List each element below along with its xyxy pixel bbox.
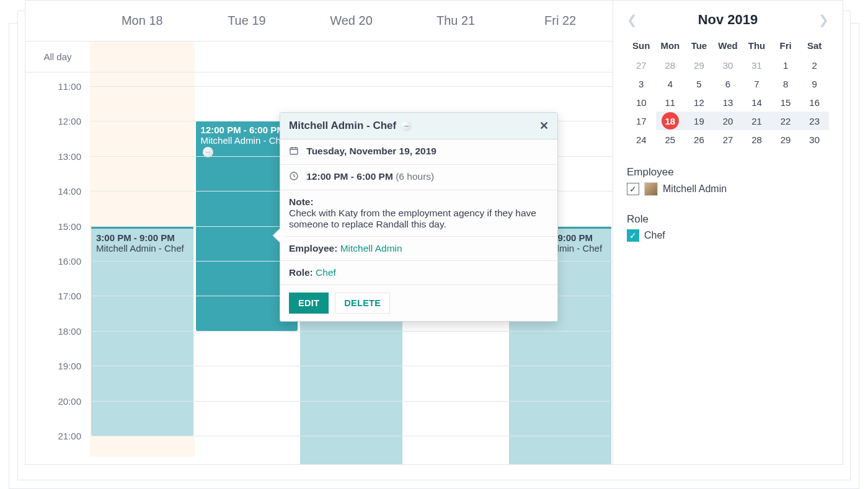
mini-day-30[interactable]: 30 (800, 130, 829, 149)
filter-employee-label: Employee (627, 166, 829, 178)
mini-day-1[interactable]: 1 (771, 56, 800, 74)
note-icon: ··· (203, 147, 213, 157)
mini-day-23[interactable]: 23 (800, 112, 829, 130)
mini-day-4[interactable]: 4 (656, 74, 685, 93)
mini-day-9[interactable]: 9 (800, 74, 829, 93)
filter-role: Role ✓ Chef (627, 213, 829, 242)
mini-day-7[interactable]: 7 (742, 74, 771, 93)
mini-day-29[interactable]: 29 (771, 130, 800, 149)
mini-day-21[interactable]: 21 (742, 112, 771, 130)
mini-day-27[interactable]: 27 (627, 56, 656, 74)
day-header-0[interactable]: Mon 18 (90, 14, 195, 28)
mini-day-31[interactable]: 31 (742, 56, 771, 74)
mini-day-11[interactable]: 11 (656, 93, 685, 112)
mini-calendar: SunMonTueWedThuFriSat 272829303112345678… (627, 38, 829, 149)
mini-day-17[interactable]: 17 (627, 112, 656, 130)
allday-label: All day (25, 51, 90, 62)
filter-employee: Employee ✓ Mitchell Admin (627, 166, 829, 196)
mini-day-22[interactable]: 22 (771, 112, 800, 130)
mini-day-19[interactable]: 19 (684, 112, 714, 130)
avatar (644, 182, 658, 196)
event-popover: Mitchell Admin - Chef ··· ✕ Tuesday, Nov… (280, 112, 558, 322)
time-label-1600: 16:00 (58, 256, 81, 267)
mini-day-3[interactable]: 3 (627, 74, 656, 93)
popover-role-row: Role: Chef (280, 261, 557, 284)
mini-day-24[interactable]: 24 (627, 130, 656, 149)
mini-calendar-title: Nov 2019 (698, 12, 758, 28)
allday-col-mon[interactable] (90, 42, 195, 72)
sidebar: ❮ Nov 2019 ❯ SunMonTueWedThuFriSat 27282… (613, 1, 843, 464)
calendar-event-0[interactable]: 3:00 PM - 9:00 PMMitchell Admin - Chef (91, 226, 193, 436)
day-col-mon[interactable]: 3:00 PM - 9:00 PMMitchell Admin - Chef (90, 73, 195, 457)
mini-day-20[interactable]: 20 (714, 112, 743, 130)
time-label-1500: 15:00 (58, 221, 81, 231)
day-header-3[interactable]: Thu 21 (404, 14, 508, 28)
filter-role-label: Role (627, 213, 829, 226)
time-label-1800: 18:00 (58, 325, 81, 336)
mini-day-26[interactable]: 26 (684, 130, 714, 149)
day-header-1[interactable]: Tue 19 (195, 14, 299, 28)
popover-date-row: Tuesday, November 19, 2019 (280, 139, 557, 165)
mini-day-13[interactable]: 13 (714, 93, 743, 112)
time-label-2100: 21:00 (58, 431, 81, 441)
mini-dow-thu: Thu (742, 38, 771, 56)
mini-dow-fri: Fri (771, 38, 800, 56)
allday-col-wed[interactable] (299, 42, 404, 72)
popover-title: Mitchell Admin - Chef ··· (289, 120, 412, 132)
role-link[interactable]: Chef (316, 267, 336, 278)
day-header-row: Mon 18Tue 19Wed 20Thu 21Fri 22 (25, 1, 613, 42)
time-label-2000: 20:00 (58, 395, 81, 406)
calendar-icon (289, 146, 299, 158)
mini-day-27[interactable]: 27 (714, 130, 743, 149)
time-label-1900: 19:00 (58, 361, 81, 371)
mini-day-2[interactable]: 2 (800, 56, 829, 74)
prev-month-icon[interactable]: ❮ (627, 12, 637, 27)
popover-employee-row: Employee: Mitchell Admin (280, 237, 557, 261)
mini-dow-sun: Sun (627, 38, 656, 56)
time-label-1300: 13:00 (58, 151, 81, 161)
mini-day-18[interactable]: 18 (656, 112, 685, 130)
time-label-1400: 14:00 (58, 186, 81, 196)
mini-day-5[interactable]: 5 (684, 74, 714, 93)
mini-dow-wed: Wed (714, 38, 743, 56)
mini-day-15[interactable]: 15 (771, 93, 800, 112)
mini-dow-sat: Sat (800, 38, 829, 56)
employee-link[interactable]: Mitchell Admin (340, 243, 402, 253)
employee-name: Mitchell Admin (663, 183, 727, 195)
mini-day-8[interactable]: 8 (771, 74, 800, 93)
clock-icon (289, 171, 299, 183)
mini-day-10[interactable]: 10 (627, 93, 656, 112)
day-header-2[interactable]: Wed 20 (299, 14, 404, 28)
mini-dow-tue: Tue (684, 38, 714, 56)
allday-col-thu[interactable] (404, 42, 508, 72)
mini-calendar-header: ❮ Nov 2019 ❯ (627, 12, 829, 28)
allday-col-tue[interactable] (195, 42, 299, 72)
allday-row: All day (25, 42, 613, 73)
time-label-1100: 11:00 (58, 81, 81, 92)
role-checkbox[interactable]: ✓ (627, 229, 639, 242)
note-icon: ··· (401, 121, 412, 131)
popover-note-row: Note: Check with Katy from the employmen… (280, 190, 557, 237)
mini-day-12[interactable]: 12 (684, 93, 714, 112)
mini-day-28[interactable]: 28 (656, 56, 685, 74)
next-month-icon[interactable]: ❯ (818, 12, 829, 27)
mini-dow-mon: Mon (656, 38, 685, 56)
mini-day-29[interactable]: 29 (684, 56, 714, 74)
day-header-4[interactable]: Fri 22 (508, 14, 613, 28)
time-label-1700: 17:00 (58, 291, 81, 301)
role-name: Chef (644, 230, 665, 241)
mini-day-14[interactable]: 14 (742, 93, 771, 112)
edit-button[interactable]: EDIT (289, 293, 329, 314)
svg-rect-0 (290, 148, 298, 154)
mini-day-16[interactable]: 16 (800, 93, 829, 112)
mini-day-28[interactable]: 28 (742, 130, 771, 149)
employee-checkbox[interactable]: ✓ (627, 183, 639, 195)
mini-day-25[interactable]: 25 (656, 130, 685, 149)
mini-day-30[interactable]: 30 (714, 56, 743, 74)
delete-button[interactable]: DELETE (335, 293, 390, 314)
allday-col-fri[interactable] (508, 42, 613, 72)
popover-time-row: 12:00 PM - 6:00 PM (6 hours) (280, 165, 557, 190)
time-label-1200: 12:00 (58, 116, 81, 126)
mini-day-6[interactable]: 6 (714, 74, 743, 93)
close-icon[interactable]: ✕ (539, 119, 549, 133)
